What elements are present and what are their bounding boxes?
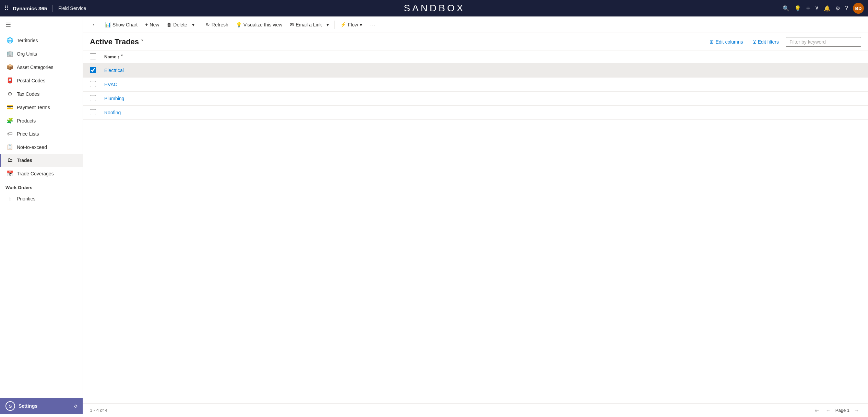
lightbulb-icon[interactable]: 💡 bbox=[794, 5, 801, 12]
name-header-label: Name bbox=[104, 54, 116, 59]
tradecov-icon: 📅 bbox=[7, 170, 13, 177]
edit-filters-button[interactable]: ⊻ Edit filters bbox=[750, 38, 782, 46]
name-column-header[interactable]: Name ↑ ˅ bbox=[99, 50, 868, 63]
view-title-area: Active Trades ˅ bbox=[90, 37, 143, 46]
work-orders-section-header: Work Orders bbox=[0, 180, 83, 192]
priorities-icon: ↕ bbox=[7, 196, 13, 202]
name-cell: Electrical bbox=[99, 63, 868, 78]
first-page-button[interactable]: ⇤ bbox=[813, 407, 821, 414]
new-button[interactable]: + New bbox=[142, 20, 163, 30]
name-link[interactable]: Roofing bbox=[104, 110, 121, 115]
sidebar-item-label: Territories bbox=[17, 38, 38, 43]
row-select-checkbox[interactable] bbox=[90, 95, 96, 101]
sandbox-title: SANDBOX bbox=[89, 3, 780, 14]
next-page-button[interactable]: → bbox=[852, 407, 861, 414]
view-title-dropdown[interactable]: ˅ bbox=[141, 39, 143, 45]
table-row[interactable]: HVAC bbox=[83, 78, 868, 92]
name-link[interactable]: Plumbing bbox=[104, 96, 124, 101]
row-select-checkbox[interactable] bbox=[90, 67, 96, 73]
sidebar-item-products[interactable]: 🧩 Products bbox=[0, 114, 83, 127]
plus-icon[interactable]: + bbox=[806, 4, 810, 12]
sort-asc-icon: ↑ bbox=[117, 54, 120, 59]
more-button[interactable]: ⋯ bbox=[366, 19, 378, 31]
apps-grid-icon[interactable]: ⠿ bbox=[4, 4, 9, 12]
table-header: Name ↑ ˅ bbox=[83, 50, 868, 63]
filter-icon[interactable]: ⊻ bbox=[815, 5, 819, 12]
pricelist-icon: 🏷 bbox=[7, 131, 13, 137]
brand-area: Dynamics 365 Field Service bbox=[13, 5, 86, 12]
settings-label: Settings bbox=[19, 403, 37, 409]
visualize-button[interactable]: 💡 Visualize this view bbox=[233, 20, 286, 30]
refresh-label: Refresh bbox=[212, 22, 228, 27]
sidebar-item-payment-terms[interactable]: 💳 Payment Terms bbox=[0, 101, 83, 114]
module-name: Field Service bbox=[58, 5, 86, 11]
view-header-right: ⊞ Edit columns ⊻ Edit filters bbox=[707, 37, 861, 47]
sidebar-item-label: Payment Terms bbox=[17, 105, 50, 110]
name-link[interactable]: Electrical bbox=[104, 68, 124, 73]
select-all-checkbox[interactable] bbox=[90, 53, 96, 59]
delete-dropdown[interactable]: ▾ bbox=[191, 20, 198, 30]
row-checkbox-cell bbox=[83, 78, 99, 92]
settings-item[interactable]: S Settings ◇ bbox=[0, 398, 83, 414]
content-area: ← 📊 Show Chart + New 🗑 Delete ▾ ↻ Refres… bbox=[83, 16, 868, 417]
flow-button[interactable]: ⚡ Flow ▾ bbox=[337, 20, 366, 30]
delete-label: Delete bbox=[173, 22, 187, 27]
email-link-label: Email a Link bbox=[296, 22, 322, 27]
refresh-icon: ↻ bbox=[206, 22, 210, 27]
new-plus-icon: + bbox=[145, 22, 148, 27]
hamburger-menu[interactable]: ☰ bbox=[0, 16, 83, 34]
sidebar-item-trades[interactable]: 🗂 Trades bbox=[0, 154, 83, 167]
toolbar-sep-1 bbox=[200, 21, 200, 29]
email-link-button[interactable]: ✉ Email a Link bbox=[286, 20, 325, 30]
search-icon[interactable]: 🔍 bbox=[783, 5, 789, 12]
table-row[interactable]: Plumbing bbox=[83, 92, 868, 106]
sort-toggle-icon[interactable]: ˅ bbox=[121, 54, 123, 59]
sidebar-item-not-to-exceed[interactable]: 📋 Not-to-exceed bbox=[0, 140, 83, 154]
sidebar-item-label: Tax Codes bbox=[17, 91, 39, 97]
edit-columns-label: Edit columns bbox=[715, 39, 743, 45]
nav-separator bbox=[52, 5, 53, 12]
avatar[interactable]: BD bbox=[853, 3, 864, 14]
toolbar: ← 📊 Show Chart + New 🗑 Delete ▾ ↻ Refres… bbox=[83, 16, 868, 33]
trades-table: Name ↑ ˅ Electrical bbox=[83, 50, 868, 120]
gear-icon[interactable]: ⚙ bbox=[835, 5, 840, 12]
prev-page-button[interactable]: ← bbox=[824, 407, 833, 414]
refresh-button[interactable]: ↻ Refresh bbox=[202, 20, 232, 30]
sidebar-item-asset-categories[interactable]: 📦 Asset Categories bbox=[0, 60, 83, 74]
sidebar-item-label: Price Lists bbox=[17, 131, 39, 137]
sidebar-item-postal-codes[interactable]: 📮 Postal Codes bbox=[0, 74, 83, 87]
sidebar-item-priorities[interactable]: ↕ Priorities bbox=[0, 192, 83, 205]
brand-name: Dynamics 365 bbox=[13, 5, 47, 11]
show-chart-button[interactable]: 📊 Show Chart bbox=[102, 20, 141, 30]
sidebar-item-territories[interactable]: 🌐 Territories bbox=[0, 34, 83, 47]
sidebar-item-tax-codes[interactable]: ⚙ Tax Codes bbox=[0, 87, 83, 101]
table-row[interactable]: Roofing bbox=[83, 106, 868, 120]
name-link[interactable]: HVAC bbox=[104, 82, 117, 87]
record-count: 1 - 4 of 4 bbox=[90, 408, 107, 413]
sidebar-item-org-units[interactable]: 🏢 Org Units bbox=[0, 47, 83, 60]
sidebar-item-label: Products bbox=[17, 118, 36, 124]
main-container: ☰ 🌐 Territories 🏢 Org Units 📦 Asset Cate… bbox=[0, 16, 868, 417]
table-row[interactable]: Electrical bbox=[83, 63, 868, 78]
visualize-label: Visualize this view bbox=[243, 22, 282, 27]
filter-keyword-input[interactable] bbox=[786, 37, 861, 47]
row-select-checkbox[interactable] bbox=[90, 109, 96, 115]
postal-icon: 📮 bbox=[7, 77, 13, 84]
edit-columns-button[interactable]: ⊞ Edit columns bbox=[707, 38, 746, 46]
row-checkbox-cell bbox=[83, 92, 99, 106]
delete-button[interactable]: 🗑 Delete bbox=[163, 20, 190, 30]
bell-icon[interactable]: 🔔 bbox=[824, 5, 831, 12]
view-title-text: Active Trades bbox=[90, 37, 139, 46]
flow-label: Flow bbox=[348, 22, 358, 27]
sidebar-item-label: Trades bbox=[17, 158, 32, 163]
back-button[interactable]: ← bbox=[88, 20, 101, 30]
help-icon[interactable]: ? bbox=[845, 5, 848, 11]
sidebar-item-price-lists[interactable]: 🏷 Price Lists bbox=[0, 127, 83, 140]
name-sort[interactable]: Name ↑ ˅ bbox=[104, 54, 123, 59]
filters-icon: ⊻ bbox=[753, 39, 756, 45]
table-container: Name ↑ ˅ Electrical bbox=[83, 50, 868, 403]
sidebar-items: 🌐 Territories 🏢 Org Units 📦 Asset Catego… bbox=[0, 34, 83, 395]
sidebar-item-trade-coverages[interactable]: 📅 Trade Coverages bbox=[0, 167, 83, 180]
email-dropdown[interactable]: ▾ bbox=[326, 20, 332, 30]
row-select-checkbox[interactable] bbox=[90, 81, 96, 87]
